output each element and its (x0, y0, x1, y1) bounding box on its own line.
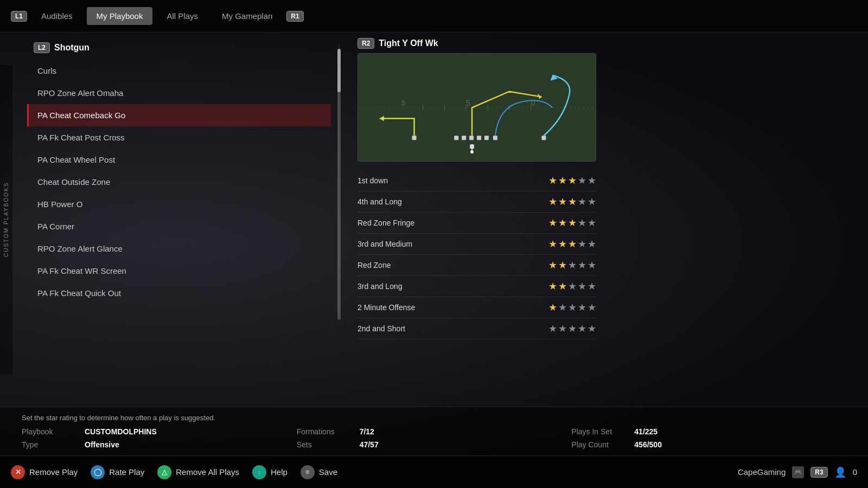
play-item-hb-power-o[interactable]: HB Power O (27, 193, 331, 215)
r1-badge: R1 (286, 11, 303, 22)
detail-formation-label: R2 Tight Y Off Wk (358, 38, 596, 49)
formation-header: L2 Shotgun (27, 38, 331, 57)
svg-rect-12 (462, 136, 466, 140)
scroll-indicator[interactable] (337, 49, 341, 320)
stars-2min[interactable]: ★ ★ ★ ★ ★ (548, 301, 596, 313)
nav-my-playbook[interactable]: My Playbook (87, 7, 153, 25)
remove-all-plays-icon: △ (157, 465, 171, 479)
rating-row-2nd-short[interactable]: 2nd and Short ★ ★ ★ ★ ★ (358, 318, 596, 339)
rating-row-red-zone-fringe[interactable]: Red Zone Fringe ★ ★ ★ ★ ★ (358, 213, 596, 234)
help-icon: ↑ (252, 465, 266, 479)
svg-rect-11 (454, 136, 458, 140)
remove-play-label: Remove Play (29, 467, 78, 477)
remove-play-button[interactable]: ✕ Remove Play (11, 465, 78, 479)
info-plays-in-set: Plays In Set 41/225 (571, 427, 846, 436)
player-count: 0 (853, 467, 857, 477)
info-grid: Playbook CUSTOMDOLPHINS Formations 7/12 … (22, 427, 846, 449)
rating-row-4th-long[interactable]: 4th and Long ★ ★ ★ ★ ★ (358, 191, 596, 213)
l1-badge: L1 (11, 11, 27, 22)
stars-1st-down[interactable]: ★ ★ ★ ★ ★ (548, 175, 596, 187)
svg-rect-17 (412, 136, 417, 140)
rating-row-3rd-medium[interactable]: 3rd and Medium ★ ★ ★ ★ ★ (358, 234, 596, 255)
svg-rect-18 (541, 136, 546, 140)
nav-all-plays[interactable]: All Plays (157, 7, 208, 25)
play-item-rpo-zone-alert-omaha[interactable]: RPO Zone Alert Omaha (27, 82, 331, 104)
rating-label-2nd-short: 2nd and Short (358, 324, 548, 333)
remove-all-plays-button[interactable]: △ Remove All Plays (157, 465, 239, 479)
side-label: CUSTOM PLAYBOOKS (0, 65, 12, 374)
save-icon: ≡ (301, 465, 315, 479)
info-val-playbook: CUSTOMDOLPHINS (85, 427, 157, 436)
formation-name: Shotgun (54, 43, 90, 53)
info-formations: Formations 7/12 (297, 427, 572, 436)
nav-my-gameplan[interactable]: My Gameplan (212, 7, 282, 25)
stars-3rd-long[interactable]: ★ ★ ★ ★ ★ (548, 280, 596, 292)
nav-audibles[interactable]: Audibles (31, 7, 82, 25)
bottom-bar: ✕ Remove Play ◯ Rate Play △ Remove All P… (0, 455, 868, 488)
save-label: Save (319, 467, 337, 477)
stars-3rd-medium[interactable]: ★ ★ ★ ★ ★ (548, 238, 596, 250)
remove-all-plays-label: Remove All Plays (176, 467, 239, 477)
info-type: Type Offensive (22, 440, 297, 449)
rating-label-red-zone: Red Zone (358, 261, 548, 269)
save-button[interactable]: ≡ Save (301, 465, 337, 479)
stars-red-zone[interactable]: ★ ★ ★ ★ ★ (548, 259, 596, 271)
stars-4th-long[interactable]: ★ ★ ★ ★ ★ (548, 196, 596, 208)
stars-red-zone-fringe[interactable]: ★ ★ ★ ★ ★ (548, 217, 596, 229)
rating-row-3rd-long[interactable]: 3rd and Long ★ ★ ★ ★ ★ (358, 276, 596, 297)
play-item-curls[interactable]: Curls (27, 60, 331, 82)
info-val-type: Offensive (85, 440, 119, 449)
info-play-count: Play Count 456/500 (571, 440, 846, 449)
play-item-pa-fk-cheat-post-cross[interactable]: PA Fk Cheat Post Cross (27, 126, 331, 149)
top-navigation: L1 Audibles My Playbook All Plays My Gam… (0, 0, 868, 33)
help-button[interactable]: ↑ Help (252, 465, 288, 479)
rate-play-label: Rate Play (109, 467, 144, 477)
rating-label-3rd-medium: 3rd and Medium (358, 240, 548, 248)
svg-text:5: 5 (466, 99, 470, 107)
play-item-pa-cheat-wheel-post[interactable]: PA Cheat Wheel Post (27, 149, 331, 171)
info-val-plays-in-set: 41/225 (634, 427, 658, 436)
rating-label-2min: 2 Minute Offense (358, 303, 548, 312)
svg-text:0: 0 (531, 99, 535, 107)
svg-text:5: 5 (401, 99, 406, 107)
info-key-play-count: Play Count (571, 440, 626, 449)
person-icon: 👤 (834, 466, 846, 478)
play-item-pa-fk-cheat-wr-screen[interactable]: PA Fk Cheat WR Screen (27, 260, 331, 282)
rating-label-1st-down: 1st down (358, 176, 548, 185)
play-item-pa-cheat-comeback-go[interactable]: PA Cheat Comeback Go (27, 104, 331, 126)
play-detail-panel: R2 Tight Y Off Wk 5 5 0 (347, 33, 607, 407)
remove-play-icon: ✕ (11, 465, 25, 479)
controller-icon: 🎮 (792, 466, 804, 478)
rating-row-red-zone[interactable]: Red Zone ★ ★ ★ ★ ★ (358, 255, 596, 276)
svg-rect-14 (477, 136, 481, 140)
play-list-panel: L2 Shotgun Curls RPO Zone Alert Omaha PA… (27, 33, 331, 407)
rate-play-button[interactable]: ◯ Rate Play (91, 465, 144, 479)
rating-label-red-zone-fringe: Red Zone Fringe (358, 219, 548, 227)
play-item-pa-corner[interactable]: PA Corner (27, 215, 331, 237)
rating-label-3rd-long: 3rd and Long (358, 282, 548, 291)
bottom-right: CapeGaming 🎮 R3 👤 0 (738, 466, 857, 478)
svg-rect-19 (493, 136, 497, 140)
info-sets: Sets 47/57 (297, 440, 572, 449)
info-key-type: Type (22, 440, 76, 449)
rating-row-2min[interactable]: 2 Minute Offense ★ ★ ★ ★ ★ (358, 297, 596, 318)
play-item-rpo-zone-alert-glance[interactable]: RPO Zone Alert Glance (27, 237, 331, 260)
svg-point-24 (470, 150, 474, 153)
info-key-formations: Formations (297, 427, 351, 436)
info-key-playbook: Playbook (22, 427, 76, 436)
info-bar: Set the star rating to determine how oft… (0, 407, 868, 455)
info-key-plays-in-set: Plays In Set (571, 427, 626, 436)
stars-2nd-short[interactable]: ★ ★ ★ ★ ★ (548, 323, 596, 335)
info-key-sets: Sets (297, 440, 351, 449)
info-playbook: Playbook CUSTOMDOLPHINS (22, 427, 297, 436)
r3-badge: R3 (810, 467, 827, 478)
info-val-play-count: 456/500 (634, 440, 662, 449)
r2-badge: R2 (358, 38, 374, 49)
help-label: Help (271, 467, 288, 477)
play-item-cheat-outside-zone[interactable]: Cheat Outside Zone (27, 171, 331, 193)
rating-row-1st-down[interactable]: 1st down ★ ★ ★ ★ ★ (358, 170, 596, 191)
play-item-pa-fk-cheat-quick-out[interactable]: PA Fk Cheat Quick Out (27, 282, 331, 304)
rate-play-icon: ◯ (91, 465, 105, 479)
detail-formation-name: Tight Y Off Wk (379, 38, 438, 48)
info-val-sets: 47/57 (360, 440, 379, 449)
